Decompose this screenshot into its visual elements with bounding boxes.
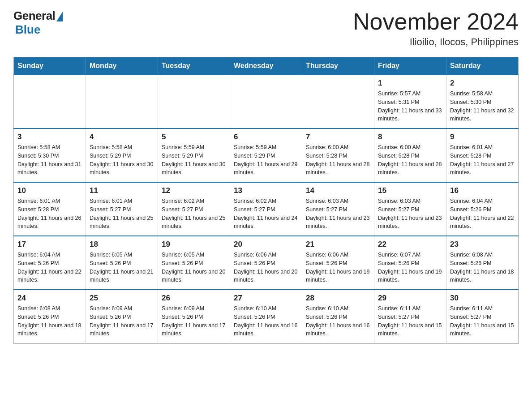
calendar-cell: 12Sunrise: 6:02 AM Sunset: 5:27 PM Dayli… — [158, 182, 230, 236]
day-info: Sunrise: 6:02 AM Sunset: 5:27 PM Dayligh… — [234, 197, 298, 231]
day-info: Sunrise: 6:06 AM Sunset: 5:26 PM Dayligh… — [234, 251, 298, 284]
calendar-cell — [14, 75, 86, 128]
day-number: 24 — [17, 294, 82, 303]
calendar-table: SundayMondayTuesdayWednesdayThursdayFrid… — [13, 57, 519, 344]
calendar-cell: 19Sunrise: 6:05 AM Sunset: 5:26 PM Dayli… — [158, 236, 230, 290]
day-number: 9 — [450, 133, 515, 141]
column-header-thursday: Thursday — [302, 57, 374, 75]
day-info: Sunrise: 6:05 AM Sunset: 5:26 PM Dayligh… — [162, 251, 226, 284]
calendar-cell: 1Sunrise: 5:57 AM Sunset: 5:31 PM Daylig… — [374, 75, 446, 128]
day-info: Sunrise: 6:02 AM Sunset: 5:27 PM Dayligh… — [162, 197, 226, 231]
day-number: 17 — [17, 240, 82, 249]
day-info: Sunrise: 6:08 AM Sunset: 5:26 PM Dayligh… — [450, 251, 515, 284]
day-info: Sunrise: 6:04 AM Sunset: 5:26 PM Dayligh… — [17, 251, 82, 284]
calendar-cell: 28Sunrise: 6:10 AM Sunset: 5:26 PM Dayli… — [302, 290, 374, 343]
day-number: 21 — [306, 240, 370, 249]
day-info: Sunrise: 6:11 AM Sunset: 5:27 PM Dayligh… — [450, 304, 515, 338]
calendar-week-row: 10Sunrise: 6:01 AM Sunset: 5:28 PM Dayli… — [14, 182, 519, 236]
day-number: 6 — [234, 133, 298, 141]
calendar-cell — [158, 75, 230, 128]
calendar-cell: 10Sunrise: 6:01 AM Sunset: 5:28 PM Dayli… — [14, 182, 86, 236]
calendar-cell: 6Sunrise: 5:59 AM Sunset: 5:29 PM Daylig… — [230, 128, 302, 182]
calendar-cell — [86, 75, 158, 128]
day-info: Sunrise: 6:00 AM Sunset: 5:28 PM Dayligh… — [378, 143, 442, 177]
day-info: Sunrise: 6:10 AM Sunset: 5:26 PM Dayligh… — [234, 304, 298, 338]
day-number: 5 — [162, 133, 226, 141]
calendar-cell: 22Sunrise: 6:07 AM Sunset: 5:26 PM Dayli… — [374, 236, 446, 290]
column-header-tuesday: Tuesday — [158, 57, 230, 75]
day-number: 28 — [306, 294, 370, 303]
day-info: Sunrise: 6:01 AM Sunset: 5:28 PM Dayligh… — [17, 197, 82, 231]
day-number: 15 — [378, 186, 442, 195]
day-number: 25 — [90, 294, 154, 303]
day-info: Sunrise: 6:08 AM Sunset: 5:26 PM Dayligh… — [17, 304, 82, 338]
day-number: 23 — [450, 240, 515, 249]
calendar-cell: 21Sunrise: 6:06 AM Sunset: 5:26 PM Dayli… — [302, 236, 374, 290]
calendar-cell: 27Sunrise: 6:10 AM Sunset: 5:26 PM Dayli… — [230, 290, 302, 343]
day-number: 13 — [234, 186, 298, 195]
day-number: 18 — [90, 240, 154, 249]
day-number: 8 — [378, 133, 442, 141]
calendar-cell: 30Sunrise: 6:11 AM Sunset: 5:27 PM Dayli… — [446, 290, 519, 343]
day-info: Sunrise: 6:04 AM Sunset: 5:26 PM Dayligh… — [450, 197, 515, 231]
calendar-cell: 9Sunrise: 6:01 AM Sunset: 5:28 PM Daylig… — [446, 128, 519, 182]
day-info: Sunrise: 5:58 AM Sunset: 5:29 PM Dayligh… — [90, 143, 154, 177]
calendar-cell: 17Sunrise: 6:04 AM Sunset: 5:26 PM Dayli… — [14, 236, 86, 290]
day-info: Sunrise: 6:03 AM Sunset: 5:27 PM Dayligh… — [306, 197, 370, 231]
calendar-cell: 25Sunrise: 6:09 AM Sunset: 5:26 PM Dayli… — [86, 290, 158, 343]
day-number: 12 — [162, 186, 226, 195]
day-info: Sunrise: 6:01 AM Sunset: 5:27 PM Dayligh… — [90, 197, 154, 231]
calendar-cell: 11Sunrise: 6:01 AM Sunset: 5:27 PM Dayli… — [86, 182, 158, 236]
calendar-cell: 15Sunrise: 6:03 AM Sunset: 5:27 PM Dayli… — [374, 182, 446, 236]
day-number: 30 — [450, 294, 515, 303]
column-header-monday: Monday — [86, 57, 158, 75]
day-info: Sunrise: 6:00 AM Sunset: 5:28 PM Dayligh… — [306, 143, 370, 177]
day-number: 10 — [17, 186, 82, 195]
day-number: 16 — [450, 186, 515, 195]
day-number: 20 — [234, 240, 298, 249]
day-info: Sunrise: 5:58 AM Sunset: 5:30 PM Dayligh… — [450, 90, 515, 123]
day-info: Sunrise: 6:09 AM Sunset: 5:26 PM Dayligh… — [90, 304, 154, 338]
column-header-sunday: Sunday — [14, 57, 86, 75]
calendar-week-row: 17Sunrise: 6:04 AM Sunset: 5:26 PM Dayli… — [14, 236, 519, 290]
calendar-cell: 5Sunrise: 5:59 AM Sunset: 5:29 PM Daylig… — [158, 128, 230, 182]
day-number: 7 — [306, 133, 370, 141]
location-text: Ilioilio, Ilocos, Philippines — [353, 36, 519, 48]
column-header-wednesday: Wednesday — [230, 57, 302, 75]
calendar-cell: 14Sunrise: 6:03 AM Sunset: 5:27 PM Dayli… — [302, 182, 374, 236]
day-number: 22 — [378, 240, 442, 249]
calendar-cell — [302, 75, 374, 128]
calendar-cell: 26Sunrise: 6:09 AM Sunset: 5:26 PM Dayli… — [158, 290, 230, 343]
calendar-cell: 29Sunrise: 6:11 AM Sunset: 5:27 PM Dayli… — [374, 290, 446, 343]
day-number: 4 — [90, 133, 154, 141]
day-info: Sunrise: 5:59 AM Sunset: 5:29 PM Dayligh… — [234, 143, 298, 177]
calendar-cell: 23Sunrise: 6:08 AM Sunset: 5:26 PM Dayli… — [446, 236, 519, 290]
calendar-cell — [230, 75, 302, 128]
calendar-cell: 13Sunrise: 6:02 AM Sunset: 5:27 PM Dayli… — [230, 182, 302, 236]
calendar-cell: 7Sunrise: 6:00 AM Sunset: 5:28 PM Daylig… — [302, 128, 374, 182]
calendar-cell: 24Sunrise: 6:08 AM Sunset: 5:26 PM Dayli… — [14, 290, 86, 343]
calendar-week-row: 3Sunrise: 5:58 AM Sunset: 5:30 PM Daylig… — [14, 128, 519, 182]
column-header-friday: Friday — [374, 57, 446, 75]
logo-general-text: General — [13, 9, 55, 23]
day-info: Sunrise: 6:01 AM Sunset: 5:28 PM Dayligh… — [450, 143, 515, 177]
column-header-saturday: Saturday — [446, 57, 519, 75]
calendar-week-row: 24Sunrise: 6:08 AM Sunset: 5:26 PM Dayli… — [14, 290, 519, 343]
month-title: November 2024 — [353, 9, 519, 34]
page-header: General Blue November 2024 Ilioilio, Ilo… — [13, 9, 519, 48]
day-number: 1 — [378, 79, 442, 88]
day-number: 29 — [378, 294, 442, 303]
calendar-cell: 18Sunrise: 6:05 AM Sunset: 5:26 PM Dayli… — [86, 236, 158, 290]
day-number: 3 — [17, 133, 82, 141]
day-number: 19 — [162, 240, 226, 249]
calendar-cell: 4Sunrise: 5:58 AM Sunset: 5:29 PM Daylig… — [86, 128, 158, 182]
day-info: Sunrise: 5:57 AM Sunset: 5:31 PM Dayligh… — [378, 90, 442, 123]
day-info: Sunrise: 6:10 AM Sunset: 5:26 PM Dayligh… — [306, 304, 370, 338]
logo: General Blue — [13, 9, 63, 37]
day-info: Sunrise: 6:07 AM Sunset: 5:26 PM Dayligh… — [378, 251, 442, 284]
day-number: 14 — [306, 186, 370, 195]
header-right: November 2024 Ilioilio, Ilocos, Philippi… — [353, 9, 519, 48]
day-number: 2 — [450, 79, 515, 88]
calendar-week-row: 1Sunrise: 5:57 AM Sunset: 5:31 PM Daylig… — [14, 75, 519, 128]
calendar-cell: 3Sunrise: 5:58 AM Sunset: 5:30 PM Daylig… — [14, 128, 86, 182]
